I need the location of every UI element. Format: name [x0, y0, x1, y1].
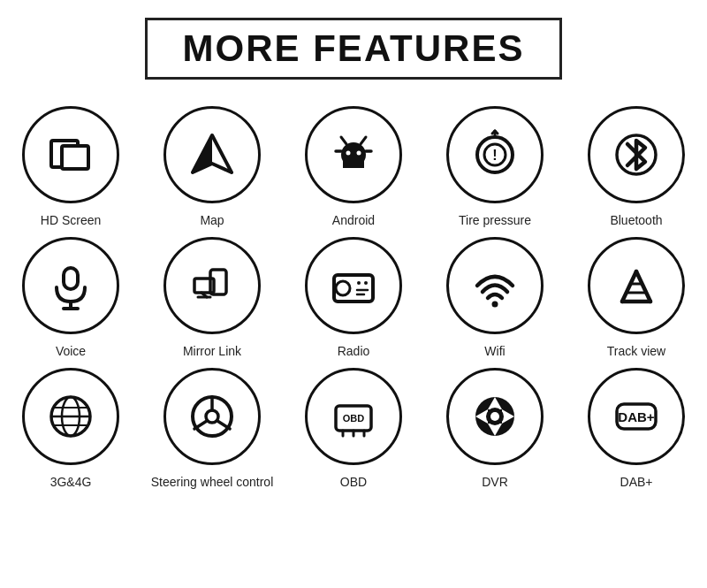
svg-line-18 [495, 131, 498, 134]
svg-point-28 [336, 281, 350, 295]
steering-wheel-label: Steering wheel control [151, 474, 274, 490]
dab-icon-circle: DAB+ [588, 368, 685, 465]
map-icon [186, 128, 239, 181]
track-view-icon [610, 259, 663, 312]
svg-rect-12 [343, 159, 364, 168]
dvr-label: DVR [482, 474, 508, 490]
svg-text:OBD: OBD [343, 413, 365, 424]
feature-radio: Radio [287, 237, 420, 359]
dvr-icon-circle [446, 368, 544, 465]
svg-text:DAB+: DAB+ [618, 409, 654, 424]
feature-track-view: Track view [570, 237, 703, 359]
feature-dab: DAB+ DAB+ [570, 368, 703, 490]
hd-screen-icon [44, 128, 97, 181]
radio-label: Radio [338, 343, 370, 359]
obd-icon-circle: OBD [305, 368, 402, 465]
steering-wheel-icon [186, 390, 239, 443]
3g4g-icon-circle [22, 368, 119, 465]
obd-label: OBD [340, 474, 367, 490]
svg-rect-27 [334, 275, 373, 302]
svg-point-56 [490, 412, 499, 421]
steering-wheel-icon-circle [163, 368, 261, 465]
wifi-icon-circle [446, 237, 544, 334]
title-banner: MORE FEATURES [145, 18, 563, 80]
tire-pressure-label: Tire pressure [459, 212, 531, 228]
dvr-icon [468, 390, 521, 443]
mirror-link-icon-circle [163, 237, 261, 334]
svg-line-35 [636, 271, 650, 302]
svg-line-9 [341, 137, 346, 144]
feature-android: Android [287, 106, 420, 228]
feature-voice: Voice [4, 237, 137, 359]
svg-point-8 [357, 151, 361, 156]
feature-map: Map [146, 106, 278, 228]
svg-rect-1 [62, 146, 88, 169]
map-icon-circle [163, 106, 261, 203]
track-view-icon-circle [588, 237, 685, 334]
android-icon-circle [305, 106, 402, 203]
wifi-icon [468, 259, 521, 312]
radio-icon [327, 259, 380, 312]
bluetooth-label: Bluetooth [610, 212, 662, 228]
mirror-link-icon [186, 259, 239, 312]
voice-label: Voice [56, 343, 86, 359]
feature-obd: OBD OBD [287, 368, 420, 490]
android-icon [327, 128, 380, 181]
obd-icon: OBD [327, 390, 380, 443]
tire-pressure-icon-circle: ! [446, 106, 544, 203]
track-view-label: Track view [607, 343, 665, 359]
svg-point-29 [357, 281, 361, 285]
hd-screen-icon-circle [22, 106, 119, 203]
feature-hd-screen: HD Screen [4, 106, 137, 228]
bluetooth-icon [610, 128, 663, 181]
map-label: Map [200, 212, 224, 228]
svg-marker-3 [193, 135, 212, 172]
svg-point-7 [346, 151, 351, 156]
feature-steering-wheel: Steering wheel control [146, 368, 278, 490]
feature-bluetooth: Bluetooth [570, 106, 703, 228]
tire-pressure-icon: ! [468, 128, 521, 181]
android-label: Android [332, 212, 375, 228]
radio-icon-circle [305, 237, 402, 334]
bluetooth-icon-circle [588, 106, 685, 203]
feature-wifi: Wifi [429, 237, 561, 359]
dab-icon: DAB+ [610, 390, 663, 443]
mirror-link-label: Mirror Link [183, 343, 241, 359]
3g4g-icon [44, 390, 97, 443]
voice-icon-circle [22, 237, 119, 334]
dab-label: DAB+ [620, 474, 653, 490]
svg-point-30 [364, 281, 368, 285]
hd-screen-label: HD Screen [41, 212, 101, 228]
feature-tire-pressure: ! Tire pressure [429, 106, 561, 228]
voice-icon [44, 259, 97, 312]
svg-line-10 [361, 137, 366, 144]
feature-mirror-link: Mirror Link [146, 237, 278, 359]
feature-dvr: DVR [429, 368, 561, 490]
svg-text:!: ! [492, 148, 497, 163]
svg-point-33 [492, 302, 498, 308]
features-grid: HD Screen Map [4, 106, 703, 491]
page-title: MORE FEATURES [183, 27, 525, 70]
3g4g-label: 3G&4G [50, 474, 92, 490]
svg-line-34 [622, 271, 636, 302]
wifi-label: Wifi [484, 343, 505, 359]
svg-rect-20 [64, 268, 78, 289]
feature-3g4g: 3G&4G [4, 368, 137, 490]
